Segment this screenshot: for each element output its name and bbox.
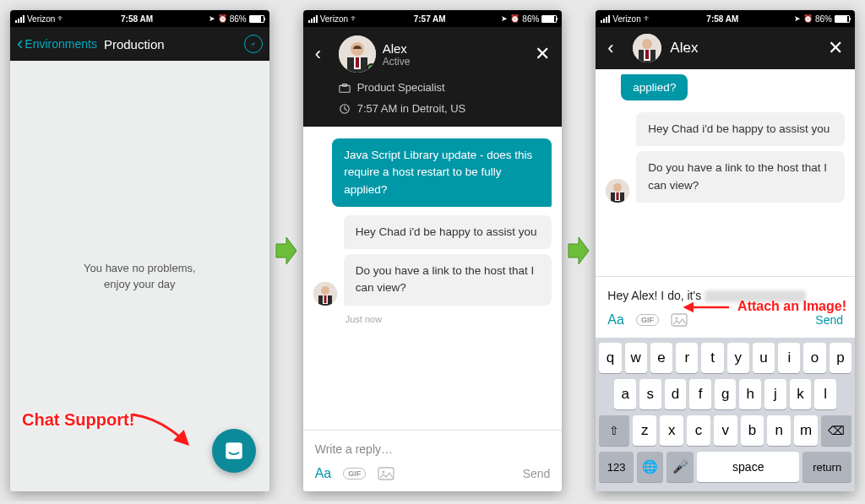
agent-avatar-mini [313,282,337,306]
flow-arrow-icon [567,234,590,268]
battery-percent: 86% [522,14,539,24]
key-g[interactable]: g [715,379,737,409]
key-h[interactable]: h [739,379,761,409]
intercom-icon [223,440,245,462]
back-chevron-icon[interactable]: ‹ [315,43,332,65]
battery-icon [541,15,557,23]
key-p[interactable]: p [830,343,851,373]
back-label[interactable]: Environments [24,37,97,51]
key-w[interactable]: w [625,343,647,373]
chat-support-fab[interactable] [212,429,256,473]
carrier-label: Verizon [612,14,640,24]
key-f[interactable]: f [689,379,711,409]
reply-input[interactable]: Write a reply… [303,431,563,461]
key-123[interactable]: 123 [599,452,633,482]
agent-role: Product Specialist [357,81,445,94]
close-icon[interactable]: ✕ [535,43,550,65]
agent-local-time: 7:57 AM in Detroit, US [357,102,466,115]
close-icon[interactable]: ✕ [828,37,843,59]
compose-bar: Write a reply… Aa GIF Send [303,430,563,491]
status-time: 7:58 AM [68,14,204,24]
phone-screen-chat: Verizon ᯤ 7:57 AM ➤ ⏰ 86% ‹ Alex Acti [303,10,563,491]
key-b[interactable]: b [741,415,764,446]
status-bar: Verizon ᯤ 7:58 AM ➤ ⏰ 86% [10,10,269,27]
key-x[interactable]: x [660,415,683,446]
message-user[interactable]: Java Script Library update - does this r… [332,138,552,207]
message-user-peek: applied? [621,74,688,100]
carrier-label: Verizon [320,14,348,24]
svg-point-22 [613,183,622,192]
key-i[interactable]: i [778,343,800,373]
key-d[interactable]: d [665,379,687,409]
keyboard-row-2: asdfghjkl [599,379,851,409]
send-button[interactable]: Send [815,313,843,327]
status-bar: Verizon ᯤ 7:58 AM ➤ ⏰ 86% [596,10,855,27]
svg-point-10 [321,286,329,295]
key-k[interactable]: k [790,379,812,409]
back-chevron-icon[interactable]: ‹ [17,33,23,55]
alarm-icon: ⏰ [510,14,520,23]
key-globe[interactable]: 🌐 [637,452,664,482]
key-t[interactable]: t [701,343,723,373]
key-q[interactable]: q [599,343,621,373]
message-agent[interactable]: Hey Chad i'd be happy to assist you [344,215,552,249]
agent-name: Alex [670,40,698,57]
key-l[interactable]: l [814,379,836,409]
carrier-label: Verizon [27,14,55,24]
chat-thread: Hey Chad i'd be happy to assist you Do y… [596,109,855,276]
callout-arrow-icon [680,297,731,317]
message-timestamp: Just now [313,314,552,324]
signal-icon [15,15,24,23]
wifi-icon: ᯤ [644,14,651,23]
key-return[interactable]: return [802,452,851,482]
agent-avatar[interactable] [339,35,376,73]
message-agent[interactable]: Do you have a link to the host that I ca… [344,254,552,306]
status-time: 7:58 AM [655,14,791,24]
key-shift[interactable]: ⇧ [599,415,629,446]
send-button[interactable]: Send [523,467,551,480]
chat-thread: Java Script Library update - does this r… [303,127,563,430]
svg-point-27 [675,317,677,320]
callout-chat-support: Chat Support! [22,407,134,432]
briefcase-icon [339,82,351,94]
key-v[interactable]: v [714,415,737,446]
gif-button[interactable]: GIF [636,314,659,326]
key-o[interactable]: o [803,343,825,373]
chat-header: ‹ Alex Active ✕ Product Specialist 7:57 … [303,27,563,127]
location-icon: ➤ [209,14,215,23]
key-z[interactable]: z [633,415,656,446]
svg-rect-25 [617,192,619,200]
svg-point-15 [383,471,385,474]
key-c[interactable]: c [687,415,710,446]
key-space[interactable]: space [697,452,799,482]
format-text-button[interactable]: Aa [315,466,332,481]
key-n[interactable]: n [767,415,791,446]
status-bar: Verizon ᯤ 7:57 AM ➤ ⏰ 86% [303,10,563,27]
key-j[interactable]: j [764,379,786,409]
attach-image-icon[interactable] [378,467,394,480]
key-r[interactable]: r [676,343,698,373]
key-e[interactable]: e [650,343,672,373]
format-text-button[interactable]: Aa [607,312,624,328]
gif-button[interactable]: GIF [343,468,366,480]
message-agent[interactable]: Hey Chad i'd be happy to assist you [636,112,845,146]
signal-icon [308,15,318,23]
key-mic[interactable]: 🎤 [666,452,694,482]
back-chevron-icon[interactable]: ‹ [607,37,624,59]
key-s[interactable]: s [639,379,661,409]
clock-icon [339,103,351,115]
key-a[interactable]: a [614,379,636,409]
key-y[interactable]: y [727,343,749,373]
key-backspace[interactable]: ⌫ [821,415,851,446]
status-time: 7:57 AM [362,14,498,24]
battery-percent: 86% [815,14,832,24]
agent-avatar[interactable] [633,34,661,62]
keyboard-row-1: qwertyuiop [599,343,851,373]
alarm-icon: ⏰ [218,14,227,23]
key-m[interactable]: m [794,415,818,446]
key-u[interactable]: u [753,343,775,373]
agent-name: Alex [383,41,411,56]
location-icon: ➤ [501,14,508,23]
compass-icon[interactable] [244,35,263,53]
message-agent[interactable]: Do you have a link to the host that I ca… [636,151,845,203]
